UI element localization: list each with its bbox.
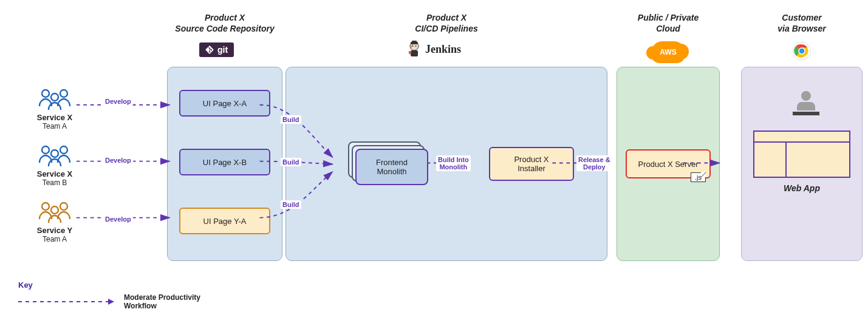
diagram-stage: Product XSource Code Repository Product …	[18, 12, 850, 273]
chrome-icon	[792, 41, 812, 63]
legend-arrow	[18, 297, 115, 306]
svg-point-18	[51, 206, 58, 214]
col-title-repo: Product XSource Code Repository	[167, 12, 282, 34]
svg-point-13	[42, 146, 49, 154]
svg-rect-3	[411, 50, 418, 56]
edge-build-into: Build Into Monolith	[436, 155, 471, 171]
col-title-cicd: Product XCI/CD Pipelines	[285, 12, 607, 34]
js-file-tag: .js	[691, 172, 706, 182]
edge-build-0: Build	[281, 115, 301, 124]
repo-node-2: UI Page Y-A	[179, 208, 270, 234]
edge-release: Release & Deploy	[576, 155, 612, 171]
installer-node: Product X Installer	[489, 147, 574, 181]
col-title-customer: Customervia Browser	[741, 12, 863, 34]
svg-rect-2	[412, 41, 417, 42]
person-icon	[793, 91, 819, 115]
svg-point-12	[51, 93, 58, 101]
webapp-label: Web App	[753, 183, 850, 193]
git-icon	[205, 46, 214, 54]
col-title-cloud: Public / PrivateCloud	[617, 12, 720, 34]
svg-point-11	[60, 90, 67, 97]
users-icon	[36, 201, 73, 224]
svg-point-16	[42, 203, 49, 210]
edge-develop-0: Develop	[103, 97, 133, 106]
legend-title: Key	[18, 280, 850, 290]
team-2: Service Y Team A	[30, 201, 79, 243]
legend: Key Moderate Productivity Workflow	[18, 280, 850, 311]
jenkins-icon	[407, 41, 422, 58]
edge-develop-1: Develop	[103, 156, 133, 164]
svg-point-10	[42, 90, 49, 97]
edge-develop-2: Develop	[103, 215, 133, 223]
jenkins-badge: Jenkins	[407, 41, 461, 58]
legend-workflow-label: Moderate Productivity Workflow	[124, 293, 200, 311]
repo-node-1: UI Page X-B	[179, 149, 270, 175]
webapp-frame	[753, 131, 850, 178]
team-0: Service X Team A	[30, 88, 79, 131]
team-1: Service X Team B	[30, 144, 79, 187]
svg-point-5	[415, 46, 417, 47]
edge-build-1: Build	[281, 158, 301, 166]
svg-point-15	[51, 150, 58, 157]
users-icon	[36, 144, 73, 168]
git-badge: git	[199, 42, 234, 57]
svg-point-14	[60, 146, 67, 154]
aws-badge: AWS	[651, 41, 685, 63]
cloud-server-node: Product X Server .js	[626, 149, 711, 178]
svg-rect-6	[409, 51, 411, 54]
repo-node-0: UI Page X-A	[179, 90, 270, 117]
monolith-stack: Frontend Monolith	[355, 149, 428, 185]
svg-point-17	[60, 203, 67, 210]
edge-build-2: Build	[281, 200, 301, 209]
users-icon	[36, 88, 73, 111]
